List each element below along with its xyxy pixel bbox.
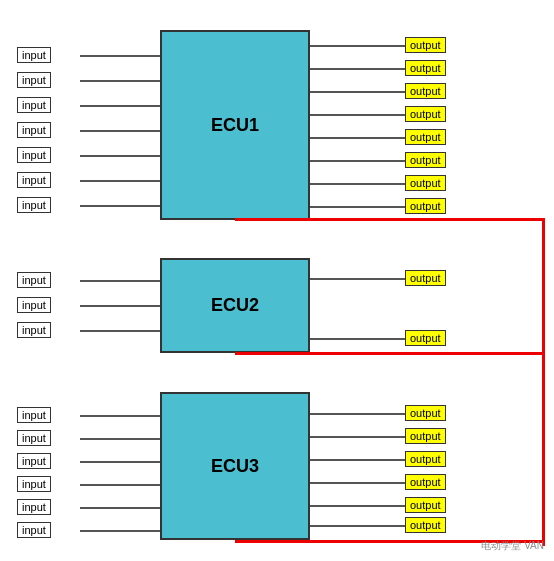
ecu3-label: ECU3 — [211, 456, 259, 477]
ecu1-output-2: output — [405, 60, 446, 76]
ecu3-output-1: output — [405, 405, 446, 421]
ecu1-output-4: output — [405, 106, 446, 122]
diagram: ECU1 input input input input input input… — [0, 0, 554, 561]
ecu1-input-2: input — [17, 72, 51, 88]
ecu2-block: ECU2 — [160, 258, 310, 353]
ecu2-output-1: output — [405, 270, 446, 286]
ecu1-output-5: output — [405, 129, 446, 145]
ecu1-output-8: output — [405, 198, 446, 214]
ecu2-input-3: input — [17, 322, 51, 338]
ecu1-input-7: input — [17, 197, 51, 213]
ecu2-input-1: input — [17, 272, 51, 288]
ecu1-label: ECU1 — [211, 115, 259, 136]
ecu3-output-3: output — [405, 451, 446, 467]
ecu2-input-2: input — [17, 297, 51, 313]
ecu3-input-6: input — [17, 522, 51, 538]
ecu2-label: ECU2 — [211, 295, 259, 316]
ecu3-input-2: input — [17, 430, 51, 446]
ecu3-output-6: output — [405, 517, 446, 533]
ecu1-output-3: output — [405, 83, 446, 99]
ecu3-block: ECU3 — [160, 392, 310, 540]
ecu1-input-6: input — [17, 172, 51, 188]
ecu1-input-3: input — [17, 97, 51, 113]
ecu1-input-4: input — [17, 122, 51, 138]
ecu3-input-1: input — [17, 407, 51, 423]
ecu2-output-2: output — [405, 330, 446, 346]
ecu1-output-6: output — [405, 152, 446, 168]
ecu1-output-1: output — [405, 37, 446, 53]
ecu1-input-5: input — [17, 147, 51, 163]
ecu3-output-4: output — [405, 474, 446, 490]
ecu3-input-3: input — [17, 453, 51, 469]
watermark: 电动学堂 VAN — [481, 539, 544, 553]
ecu3-output-5: output — [405, 497, 446, 513]
ecu3-output-2: output — [405, 428, 446, 444]
ecu1-output-7: output — [405, 175, 446, 191]
ecu3-input-5: input — [17, 499, 51, 515]
ecu3-input-4: input — [17, 476, 51, 492]
ecu1-block: ECU1 — [160, 30, 310, 220]
ecu1-input-1: input — [17, 47, 51, 63]
